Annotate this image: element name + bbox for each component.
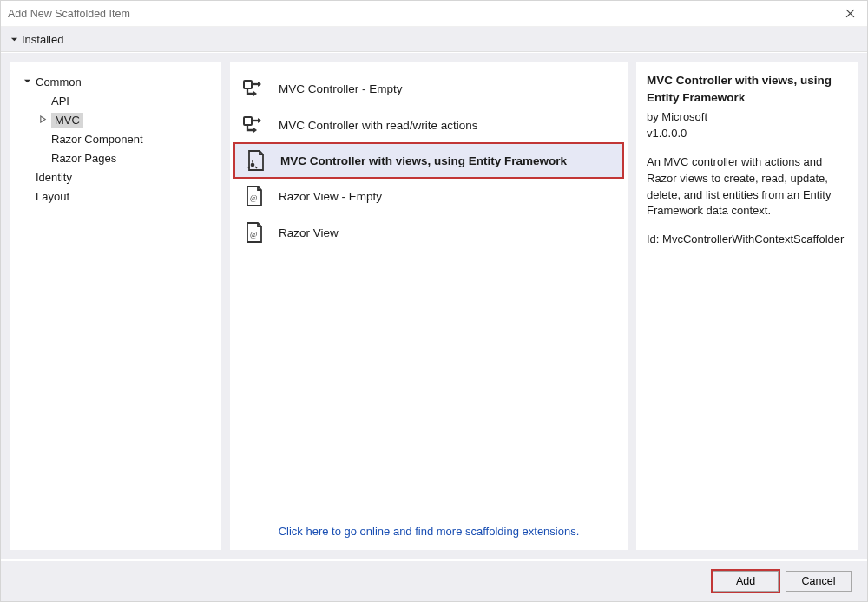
controller-views-icon xyxy=(244,148,268,173)
dialog-buttons: Add Cancel xyxy=(1,561,867,601)
svg-rect-0 xyxy=(244,81,252,88)
online-extensions-link[interactable]: Click here to go online and find more sc… xyxy=(279,525,580,538)
razor-view-icon: @ xyxy=(242,220,266,245)
svg-text:@: @ xyxy=(250,193,257,202)
template-label: MVC Controller with read/write actions xyxy=(279,119,478,132)
details-description: An MVC controller with actions and Razor… xyxy=(647,154,848,219)
collapse-icon xyxy=(37,115,48,125)
tree-item-razor-component[interactable]: Razor Component xyxy=(18,129,216,148)
template-mvc-controller-ef[interactable]: MVC Controller with views, using Entity … xyxy=(233,142,624,179)
tree-item-api[interactable]: API xyxy=(18,91,216,110)
tree-item-mvc[interactable]: MVC xyxy=(18,110,216,129)
tree-item-label: Common xyxy=(36,75,82,88)
details-id: Id: MvcControllerWithContextScaffolder xyxy=(647,232,848,248)
details-title: MVC Controller with views, using Entity … xyxy=(647,72,848,106)
tree-item-common[interactable]: Common xyxy=(18,72,216,91)
online-extensions-footer: Click here to go online and find more sc… xyxy=(233,514,624,541)
template-label: MVC Controller with views, using Entity … xyxy=(280,154,567,167)
close-button[interactable] xyxy=(832,1,867,27)
tree-item-layout[interactable]: Layout xyxy=(18,186,216,206)
tree-item-label: Razor Pages xyxy=(51,152,116,165)
svg-rect-1 xyxy=(244,117,252,125)
tree-item-razor-pages[interactable]: Razor Pages xyxy=(18,148,216,167)
expand-icon xyxy=(10,33,18,46)
expand-icon xyxy=(22,77,32,87)
razor-view-icon: @ xyxy=(242,184,266,208)
template-label: Razor View - Empty xyxy=(279,190,382,203)
close-icon xyxy=(845,8,855,21)
template-list: MVC Controller - Empty MVC Controller wi… xyxy=(233,70,624,514)
template-label: Razor View xyxy=(279,226,339,239)
titlebar: Add New Scaffolded Item xyxy=(1,1,867,27)
tree-item-label: Identity xyxy=(36,171,72,184)
template-label: MVC Controller - Empty xyxy=(279,82,403,95)
details-version: v1.0.0.0 xyxy=(647,126,848,142)
template-list-panel: MVC Controller - Empty MVC Controller wi… xyxy=(230,62,628,550)
category-header[interactable]: Installed xyxy=(1,27,867,52)
template-razor-view[interactable]: @ Razor View xyxy=(233,214,624,251)
template-mvc-controller-rw[interactable]: MVC Controller with read/write actions xyxy=(233,107,624,143)
main-area: Common API MVC Razor Component Razor Pag… xyxy=(1,53,867,559)
tree-item-identity[interactable]: Identity xyxy=(18,167,216,186)
details-author: by Microsoft xyxy=(647,109,848,126)
tree-item-label: Layout xyxy=(36,190,69,203)
tree-item-label: MVC xyxy=(51,113,83,128)
template-razor-view-empty[interactable]: @ Razor View - Empty xyxy=(233,178,624,214)
category-label: Installed xyxy=(22,33,63,46)
details-panel: MVC Controller with views, using Entity … xyxy=(636,62,858,550)
tree-item-label: Razor Component xyxy=(51,133,143,146)
add-button[interactable]: Add xyxy=(713,571,779,592)
tree-item-label: API xyxy=(51,95,69,108)
controller-icon xyxy=(242,113,266,137)
template-mvc-controller-empty[interactable]: MVC Controller - Empty xyxy=(233,70,624,107)
controller-icon xyxy=(242,76,266,101)
cancel-button[interactable]: Cancel xyxy=(786,571,852,592)
dialog-title: Add New Scaffolded Item xyxy=(8,8,130,20)
sidebar: Common API MVC Razor Component Razor Pag… xyxy=(10,62,221,550)
svg-point-2 xyxy=(251,163,255,167)
svg-text:@: @ xyxy=(250,230,257,239)
